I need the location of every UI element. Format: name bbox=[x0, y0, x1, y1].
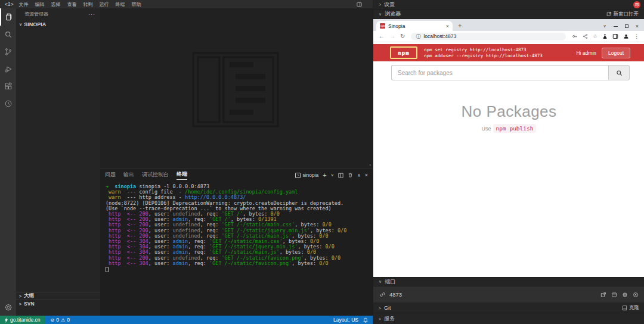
kill-terminal-icon[interactable] bbox=[348, 172, 353, 178]
embedded-browser: npm Sinopia × + ∨ × ← → ↻ ⓘ localho bbox=[373, 19, 644, 277]
port-link-icon bbox=[379, 291, 386, 298]
menu-item-selection[interactable]: 选择 bbox=[51, 1, 60, 8]
hint-prefix: Use bbox=[482, 126, 491, 132]
menu-item-help[interactable]: 帮助 bbox=[131, 1, 141, 8]
browser-tab-strip: npm Sinopia × + ∨ × bbox=[373, 19, 644, 31]
restore-icon[interactable] bbox=[625, 24, 628, 28]
menu-item-run[interactable]: 运行 bbox=[99, 1, 109, 8]
git-clone-button[interactable]: 克隆 bbox=[622, 304, 639, 311]
split-terminal-icon[interactable] bbox=[338, 173, 343, 178]
empty-state: No Packages Usenpm publish bbox=[373, 102, 644, 132]
ide-window: <I> 文件 编辑 选择 查看 转到 运行 终端 帮助 bbox=[0, 0, 644, 324]
editor-area[interactable]: › bbox=[100, 8, 373, 169]
section-ports[interactable]: ∨ 端口 bbox=[373, 277, 644, 286]
notifications-bell-icon[interactable] bbox=[363, 317, 368, 323]
editor-watermark bbox=[192, 52, 279, 127]
user-avatar[interactable]: 邓 bbox=[633, 1, 640, 8]
tab-terminal[interactable]: 终端 bbox=[177, 170, 187, 180]
menu-item-go[interactable]: 转到 bbox=[83, 1, 92, 8]
tab-output[interactable]: 输出 bbox=[123, 171, 134, 180]
site-info-icon[interactable]: ⓘ bbox=[416, 33, 420, 40]
bookmark-star-icon[interactable]: ☆ bbox=[593, 33, 597, 39]
problems-indicator[interactable]: ⊘ 0 ⚠ 0 bbox=[51, 317, 70, 323]
url-text: localhost:4873 bbox=[423, 33, 456, 39]
minimize-icon[interactable] bbox=[614, 26, 618, 27]
tree-root-label: SINOPIA bbox=[24, 21, 46, 27]
panel-tab-bar: 问题 输出 调试控制台 终端 > sinopia + ∨ ∧ × bbox=[100, 169, 373, 181]
open-preview-icon[interactable] bbox=[611, 292, 617, 298]
reload-icon[interactable]: ↻ bbox=[400, 33, 405, 39]
svn-label: SVN bbox=[24, 301, 34, 307]
remote-host-label: go.titanide.cn bbox=[10, 317, 41, 323]
ports-section-label: 端口 bbox=[385, 278, 395, 286]
customize-layout-icon[interactable] bbox=[357, 2, 362, 7]
chevron-right-icon: > bbox=[379, 306, 381, 310]
run-and-debug-icon[interactable] bbox=[0, 60, 16, 77]
menu-item-edit[interactable]: 编辑 bbox=[35, 1, 44, 8]
explorer-icon[interactable] bbox=[0, 8, 16, 26]
section-git[interactable]: > Git 克隆 bbox=[373, 303, 644, 313]
close-tab-icon[interactable]: × bbox=[446, 23, 449, 29]
error-count: 0 bbox=[56, 317, 59, 323]
close-panel-icon[interactable]: × bbox=[365, 172, 368, 178]
new-tab-icon[interactable]: + bbox=[458, 23, 462, 29]
flask-extension-icon[interactable] bbox=[602, 33, 608, 39]
browser-menu-icon[interactable]: ⋮ bbox=[634, 33, 639, 39]
sidebar-more-actions-icon[interactable]: ··· bbox=[88, 11, 95, 17]
chevron-right-icon: > bbox=[379, 317, 381, 320]
terminal-selector[interactable]: > sinopia bbox=[295, 172, 318, 178]
settings-gear-icon[interactable] bbox=[0, 298, 16, 316]
tree-root-sinopia[interactable]: ∨ SINOPIA bbox=[16, 20, 100, 29]
remote-indicator[interactable]: go.titanide.cn bbox=[0, 316, 45, 324]
share-icon[interactable] bbox=[583, 33, 588, 39]
back-icon[interactable]: ← bbox=[379, 33, 385, 39]
terminal-output[interactable]: ➜ sinopia sinopia -l 0.0.0.0:4873 warn -… bbox=[100, 181, 373, 273]
open-in-new-window-button[interactable]: 新窗口打开 bbox=[606, 11, 639, 18]
search-button[interactable] bbox=[608, 65, 630, 80]
password-key-icon[interactable] bbox=[572, 33, 578, 39]
sidebar-section-svn[interactable]: > SVN bbox=[16, 300, 100, 307]
forward-icon[interactable]: → bbox=[389, 33, 395, 39]
profile-avatar-icon[interactable] bbox=[623, 33, 629, 39]
close-window-icon[interactable]: × bbox=[636, 24, 639, 29]
magnifier-icon bbox=[616, 70, 623, 76]
section-browser[interactable]: ∨ 浏览器 新窗口打开 bbox=[373, 10, 644, 19]
browser-dropdown-icon[interactable]: ∨ bbox=[603, 24, 606, 29]
panel-expand-chevron-icon[interactable]: › bbox=[369, 162, 371, 168]
side-panel-icon[interactable] bbox=[612, 33, 618, 39]
browser-toolbar: ← → ↻ ⓘ localhost:4873 ☆ bbox=[373, 31, 644, 42]
activity-bar bbox=[0, 8, 16, 316]
menu-item-view[interactable]: 查看 bbox=[67, 1, 76, 8]
maximize-panel-icon[interactable]: ∧ bbox=[357, 173, 361, 178]
port-row-4873[interactable]: 4873 bbox=[373, 286, 644, 303]
tab-debug-console[interactable]: 调试控制台 bbox=[142, 171, 169, 180]
menu-bar: 文件 编辑 选择 查看 转到 运行 终端 帮助 bbox=[18, 1, 141, 8]
bottom-panel: 问题 输出 调试控制台 终端 > sinopia + ∨ ∧ × bbox=[100, 169, 373, 316]
stop-forward-icon[interactable] bbox=[633, 292, 639, 298]
browser-tab-title: Sinopia bbox=[388, 23, 443, 29]
sidebar-section-outline[interactable]: > 大纲 bbox=[16, 292, 100, 300]
search-icon[interactable] bbox=[0, 26, 16, 43]
terminal-dropdown-icon[interactable]: ∨ bbox=[331, 173, 334, 177]
app-logo: <I> bbox=[5, 2, 13, 7]
menu-item-file[interactable]: 文件 bbox=[18, 1, 28, 8]
open-in-browser-icon[interactable] bbox=[600, 292, 606, 298]
new-terminal-icon[interactable]: + bbox=[323, 172, 326, 179]
address-bar[interactable]: ⓘ localhost:4873 bbox=[411, 33, 566, 40]
extensions-icon[interactable] bbox=[0, 77, 16, 95]
logout-button[interactable]: Logout bbox=[602, 48, 630, 58]
terminal-cursor bbox=[106, 267, 109, 272]
section-services[interactable]: > 服务 bbox=[373, 313, 644, 324]
warning-count: 0 bbox=[67, 317, 70, 323]
keyboard-layout-indicator[interactable]: Layout: US bbox=[333, 317, 358, 323]
source-control-icon[interactable] bbox=[0, 43, 16, 60]
right-panel: > 设置 邓 ∨ 浏览器 新窗口打开 npm Sinopia × + ∨ bbox=[373, 0, 644, 324]
section-settings[interactable]: > 设置 邓 bbox=[373, 0, 644, 10]
search-input[interactable] bbox=[391, 65, 608, 80]
timeline-icon[interactable] bbox=[0, 95, 16, 112]
port-settings-gear-icon[interactable] bbox=[622, 292, 628, 298]
tab-problems[interactable]: 问题 bbox=[105, 171, 116, 180]
menu-item-terminal[interactable]: 终端 bbox=[115, 1, 125, 8]
browser-tab-sinopia[interactable]: npm Sinopia × bbox=[376, 21, 453, 31]
chevron-right-icon: > bbox=[19, 302, 21, 306]
